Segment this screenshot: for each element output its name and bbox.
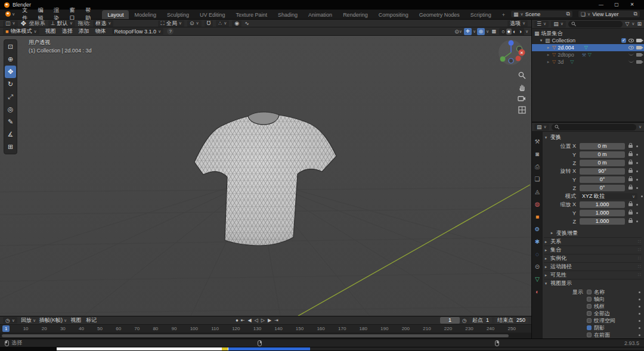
eye-closed-icon[interactable] [628,60,634,63]
navigation-gizmo[interactable]: ✕ [499,40,525,65]
panel-section-header[interactable]: ▸ 可见性 ∷ [544,271,642,279]
transport-button[interactable]: ◁ [255,318,258,323]
lock-icon[interactable] [628,212,633,215]
app-menu-button[interactable]: ∨ [2,11,18,17]
tool-button[interactable]: ⊕ [5,53,16,66]
lock-icon[interactable] [628,153,633,156]
viewport-menu-item[interactable]: 选择 [60,27,75,35]
camera-icon[interactable] [636,53,642,57]
copy-icon[interactable]: ⧉ [634,11,637,17]
timeline-editor-type-button[interactable]: ◷∨ [3,317,17,324]
workspace-tab[interactable]: + [497,10,510,19]
animate-dot-icon[interactable] [636,162,638,164]
lock-icon[interactable] [628,203,633,206]
properties-tab[interactable]: ✱ [532,235,543,248]
workspace-tab[interactable]: Sculpting [162,10,194,19]
animate-dot-icon[interactable] [639,320,640,322]
object-visibility-dropdown[interactable]: ⊙∨ [454,28,463,35]
zoom-icon[interactable] [518,72,526,79]
animate-dot-icon[interactable] [641,195,643,197]
object-row-2dtopo[interactable]: ▸ ▽ 2dtopo ⚒ ▽ [532,51,644,58]
value-field[interactable]: 0 m [580,151,625,158]
properties-tab[interactable]: ▽ [532,273,543,285]
help-button[interactable]: ? [167,28,174,35]
workspace-tab[interactable]: Shading [273,10,303,19]
object-row-2d004[interactable]: ▸ ▽ 2d.004 ▽ [532,44,644,51]
z-neg-handle[interactable] [509,58,513,63]
panel-section-header[interactable]: ▸ 实例化 ∷ [544,254,642,262]
tool-button[interactable]: ◎ [5,103,16,116]
drag-dropdown[interactable]: 框选∨ [93,20,113,27]
panel-section-header[interactable]: ▸ 关系 ∷ [544,237,642,246]
value-field[interactable]: 0° [580,176,625,183]
falloff-icon[interactable]: ∿ [244,20,249,26]
orientation-dropdown[interactable]: ⊥默认∨ [48,20,75,27]
tshirt-mesh-object[interactable] [194,112,336,246]
timeline-ruler[interactable]: 1102030405060708090100110120130140150160… [0,325,531,333]
options-dropdown[interactable]: 选项∨ [507,20,528,27]
animate-dot-icon[interactable] [636,212,638,214]
tool-button[interactable]: ⊡ [5,41,16,53]
lock-icon[interactable] [628,178,633,181]
filter-dropdown[interactable]: ∨ [639,125,642,129]
workspace-tab[interactable]: Modeling [129,10,162,19]
shading-mode-button[interactable]: ● [506,29,512,35]
properties-tab[interactable]: ⚙ [532,223,543,235]
expand-icon[interactable]: ▸ [546,45,550,50]
checkbox[interactable] [587,311,592,316]
animate-dot-icon[interactable] [636,179,638,181]
snap-toggle[interactable]: ℧ [205,20,213,27]
drag-handle-icon[interactable]: ∷ [638,272,642,278]
animate-dot-icon[interactable] [639,306,640,307]
drag-handle-icon[interactable]: ∷ [638,264,642,269]
animate-dot-icon[interactable] [639,334,640,336]
checkbox[interactable] [587,304,592,309]
pan-hand-icon[interactable] [518,83,526,91]
shading-mode-button[interactable]: ◐ [512,29,517,35]
animate-dot-icon[interactable] [636,220,638,222]
viewport-3d[interactable]: ✕ ⊡⊕✥↻⤢◎✎∡⊞ 用户透视 (1) Collection | 2d.004… [0,36,531,316]
properties-tab[interactable]: ⊝ [532,260,543,273]
workspace-tab[interactable]: UV Editing [194,10,231,19]
lock-icon[interactable] [628,187,633,190]
camera-view-icon[interactable] [518,95,526,102]
gizmos-dropdown[interactable]: ∨ [473,29,476,34]
workspace-tab[interactable]: Compositing [373,10,414,19]
timeline-scrollbar[interactable] [0,333,531,338]
outliner-search-input[interactable] [568,21,623,27]
eye-icon[interactable] [628,39,634,42]
transport-button[interactable]: ◀ [248,318,252,323]
properties-tab[interactable]: ❏ [532,173,543,185]
pivot-point-dropdown[interactable]: ⊙∨ [187,20,202,27]
viewport-display-section[interactable]: ▾视图显示 [544,279,642,287]
collection-row[interactable]: ▾ ▥ Collection ✓ [532,37,644,44]
checkbox[interactable] [587,297,592,302]
animate-dot-icon[interactable] [639,291,640,293]
timeline-menu-item[interactable]: 回放∨ [21,316,36,324]
workspace-tab[interactable]: Geometry Nodes [414,10,465,19]
rotation-mode-dropdown[interactable]: XYZ 欧拉∨ [580,193,637,200]
preview-range-icon[interactable]: ◷ [462,318,467,324]
value-field[interactable]: 1.000 [580,201,625,208]
expand-icon[interactable]: ▸ [546,52,550,57]
workspace-tab[interactable]: Texture Paint [231,10,273,19]
scene-selector[interactable]: ▦∨ Scene ⧉ [510,10,573,18]
shading-mode-button[interactable]: ○ [500,29,506,35]
drag-handle-icon[interactable]: ∷ [638,256,642,261]
lock-icon[interactable] [628,170,633,173]
checkbox[interactable] [587,290,592,294]
view-layer-selector[interactable]: ❏∨ View Layer ⧉ [578,10,640,18]
snap-target-dropdown[interactable]: ∴∨ [216,20,229,27]
tool-button[interactable]: ↻ [5,78,16,91]
drag-handle-icon[interactable]: ∷ [638,247,642,253]
transform-orientation-dropdown[interactable]: ⛶全局∨ [158,20,184,27]
workspace-tab[interactable]: Rendering [338,10,373,19]
overlays-dropdown[interactable]: ∨ [486,29,489,34]
animate-dot-icon[interactable] [636,145,638,147]
properties-tab[interactable]: ◬ [532,185,543,198]
properties-tab[interactable]: ■ [532,210,543,223]
timeline-menu-item[interactable]: 标记 [86,316,98,324]
frame-end-field[interactable]: 结束点250 [494,317,528,324]
animate-dot-icon[interactable] [639,327,640,329]
workspace-tab[interactable]: Scripting [465,10,497,19]
